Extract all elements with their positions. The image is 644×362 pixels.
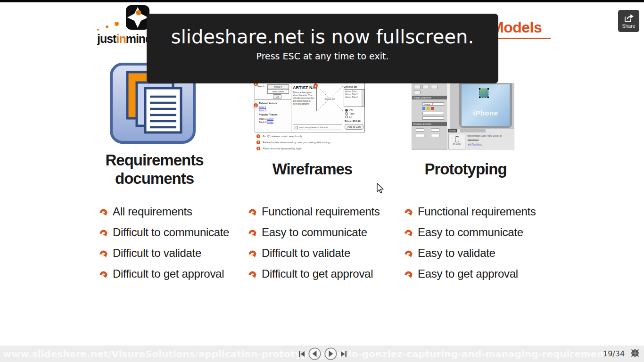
curved-arrow-bullet-icon bbox=[99, 229, 107, 237]
share-button-label: Share bbox=[622, 23, 635, 29]
top-black-strip bbox=[0, 0, 644, 2]
bullet-item: Easy to communicate bbox=[248, 222, 380, 243]
proto-mouse-icon bbox=[455, 136, 459, 142]
proto-selected-image-widget bbox=[479, 89, 488, 98]
next-slide-button[interactable] bbox=[324, 347, 337, 360]
proto-onclick-label: on Click bbox=[449, 143, 465, 145]
wf-listen-link: Listen bbox=[267, 121, 273, 123]
logo-dot bbox=[97, 29, 99, 31]
bullet-text: Easy to communicate bbox=[262, 226, 367, 239]
wf-album-item: Album Title 1 bbox=[344, 90, 364, 93]
proto-ruler bbox=[447, 83, 450, 129]
slide-title-underline bbox=[489, 38, 551, 39]
wf-updates-label: send me updates on this artist bbox=[299, 126, 328, 129]
curved-arrow-bullet-icon bbox=[405, 249, 413, 257]
bullet-text: All requirements bbox=[113, 205, 192, 218]
proto-left-panel: Image properties Image_1 Position and si… bbox=[412, 83, 447, 149]
bullet-item: Difficult to get approval bbox=[248, 263, 380, 284]
bullet-item: Difficult to communicate bbox=[99, 222, 229, 243]
column-title-prototyping: Prototyping bbox=[401, 160, 530, 178]
share-icon bbox=[624, 14, 634, 22]
proto-mini-icon-yellow bbox=[427, 107, 429, 110]
curved-arrow-bullet-icon bbox=[99, 249, 107, 257]
proto-iphone-frame: iPhone bbox=[459, 83, 512, 128]
bullet-item: Functional requirements bbox=[405, 201, 536, 222]
wf-annotation-text: For Q1 release, music search only bbox=[263, 135, 302, 138]
skip-to-last-icon bbox=[340, 350, 347, 358]
wf-radio-label: Tape bbox=[349, 112, 355, 115]
wf-radio bbox=[345, 115, 348, 118]
share-button[interactable]: Share bbox=[618, 10, 639, 32]
bullet-list-requirements: All requirements Difficult to communicat… bbox=[99, 201, 229, 284]
bullet-item: Easy to validate bbox=[405, 243, 536, 263]
wf-track-row: Track 1 Listen bbox=[259, 117, 273, 120]
proto-onclick-cell: on Click bbox=[448, 134, 465, 149]
wf-related-artists-heading: Related Artists bbox=[259, 102, 277, 105]
wf-radio-label: CD bbox=[349, 109, 353, 112]
wf-artist-input: artist name bbox=[267, 89, 289, 94]
bullet-list-wireframes: Functional requirements Easy to communic… bbox=[248, 201, 380, 284]
proto-tab bbox=[471, 129, 486, 132]
slide-title: Models bbox=[491, 19, 542, 36]
proto-toolbar-button bbox=[422, 85, 429, 89]
wf-divider bbox=[255, 99, 291, 100]
wf-album-item: Album Title 3 bbox=[344, 96, 364, 99]
wireframe-screenshot: Search music ▾ artist name Go Related Ar… bbox=[255, 82, 366, 152]
wf-track-label: Track 1 bbox=[259, 117, 266, 120]
proto-spinner bbox=[431, 128, 439, 132]
proto-events-panel: Events on Click Administration Copy Past… bbox=[447, 129, 514, 150]
proto-spinner bbox=[416, 134, 424, 137]
curved-arrow-bullet-icon bbox=[248, 208, 256, 216]
curved-arrow-bullet-icon bbox=[405, 208, 413, 216]
exit-fullscreen-button[interactable] bbox=[630, 348, 640, 359]
player-bar: www.slideshare.net/VisureSolutions/appli… bbox=[0, 346, 644, 362]
proto-section-title: Position and size bbox=[412, 122, 447, 126]
first-slide-button[interactable] bbox=[298, 350, 305, 358]
logo-wordmark: justinmind bbox=[97, 32, 152, 46]
wf-artist-link: Artist 2 bbox=[259, 109, 266, 112]
proto-field bbox=[422, 112, 444, 115]
bullet-text: Difficult to validate bbox=[113, 247, 201, 260]
fullscreen-notification-title: slideshare.net is now fullscreen. bbox=[147, 26, 498, 48]
proto-spinner bbox=[431, 134, 439, 137]
wf-description: This is a description about the artist. … bbox=[293, 91, 314, 106]
proto-toolbar-button bbox=[414, 85, 421, 89]
column-title-line: documents bbox=[90, 169, 219, 188]
logo-part-in: in bbox=[116, 32, 125, 45]
bullet-item: All requirements bbox=[99, 201, 229, 222]
wf-search-label: Search bbox=[257, 85, 264, 88]
bullet-item: Functional requirements bbox=[248, 201, 380, 222]
previous-slide-icon bbox=[308, 347, 321, 360]
bullet-text: Easy to get approval bbox=[418, 267, 518, 280]
wf-track-label: Track 2 bbox=[259, 121, 266, 123]
proto-spinner bbox=[416, 128, 424, 132]
wf-annotation-number: 2 bbox=[256, 140, 260, 144]
last-slide-button[interactable] bbox=[340, 350, 347, 358]
bullet-text: Difficult to communicate bbox=[113, 226, 229, 239]
bullet-text: Easy to communicate bbox=[418, 226, 523, 239]
wf-add-to-cart-button: Add to Cart bbox=[345, 124, 363, 130]
column-title-line: Wireframes bbox=[248, 160, 377, 178]
logo-dot bbox=[106, 25, 108, 28]
proto-events-toolbar: Administration Copy Paste Delete all bbox=[467, 135, 502, 137]
column-title-line: Requirements bbox=[90, 151, 219, 169]
bullet-item: Difficult to validate bbox=[248, 243, 380, 263]
wf-annotation-text: Album art to be approved by legal bbox=[263, 147, 301, 150]
curved-arrow-bullet-icon bbox=[248, 270, 256, 278]
proto-panel-title: Image properties bbox=[412, 96, 447, 99]
proto-events-tab: Events bbox=[448, 129, 457, 132]
bullet-item: Difficult to get approval bbox=[99, 263, 229, 284]
wf-callout-2: 2 bbox=[254, 103, 258, 107]
bullet-item: Difficult to validate bbox=[99, 243, 229, 263]
logo-dot bbox=[115, 22, 119, 26]
wf-format-radios: CD Tape LP bbox=[345, 108, 355, 118]
column-title-requirements: Requirements documents bbox=[90, 151, 219, 188]
column-title-wireframes: Wireframes bbox=[248, 160, 377, 178]
curved-arrow-bullet-icon bbox=[248, 249, 256, 257]
curved-arrow-bullet-icon bbox=[248, 229, 256, 237]
wf-annotation: 1For Q1 release, music search only bbox=[256, 134, 302, 138]
wf-radio bbox=[345, 112, 348, 115]
next-slide-icon bbox=[324, 347, 337, 360]
wf-callout-3: 3 bbox=[314, 83, 318, 88]
previous-slide-button[interactable] bbox=[308, 347, 321, 360]
